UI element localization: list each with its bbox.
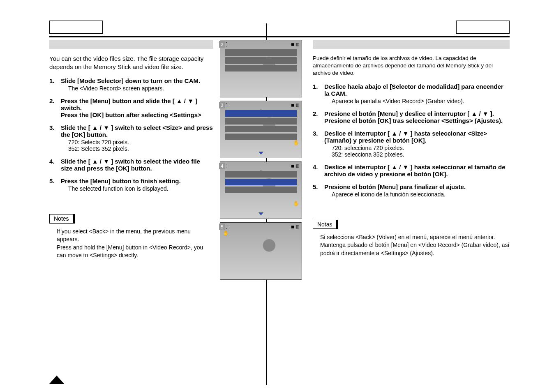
intro-es: Puede definir el tamaño de los archivos … [313,55,510,77]
hand-icon: ✋ [293,140,299,145]
list-item: 2. Press the [Menu] button and slide the… [49,97,213,118]
list-item: 3. Slide the [ ▲ / ▼ ] switch to select … [49,124,213,152]
notes-label-en: Notes [49,214,75,224]
header-box-right [456,21,510,34]
battery-icon: ◼ ▥ [291,164,299,168]
header-box-left [49,21,103,34]
list-item: 5. Presione el botón [Menu] para finaliz… [313,183,510,198]
thumb-5: 5 ⛶ ◼ ▥ ✋ [220,222,302,280]
list-item: 1. Deslice hacia abajo el [Selector de m… [313,83,510,104]
notes-body-en: If you select <Back> in the menu, the pr… [57,228,213,260]
battery-icon: ◼ ▥ [291,224,299,229]
list-item: 5. Press the [Menu] button to finish set… [49,178,213,192]
thumb-4: 4 ⛶ ◼ ▥ ✋ [220,161,302,219]
notes-body-es: Si selecciona <Back> (Volver) en el menú… [320,233,510,258]
battery-icon: ◼ ▥ [291,103,299,107]
notes-label-es: Notas [313,220,338,229]
steps-es: 1. Deslice hacia abajo el [Selector de m… [313,83,510,198]
list-item: 2. Presione el botón [Menu] y deslice el… [313,110,510,124]
spanish-column: Puede definir el tamaño de los archivos … [313,40,510,280]
hand-icon: ✋ [223,230,229,236]
intro-en: You can set the video files size. The fi… [49,55,213,71]
thumb-2: 2 ⛶ ◼ ▥ [220,40,302,97]
section-bar-en [49,40,213,49]
list-item: 4. Deslice el interruptor [ ▲ / ▼ ] hast… [313,164,510,178]
thumb-3: 3 ⛶ ◼ ▥ ✋ [220,101,302,158]
page-up-triangle-icon [49,376,64,384]
english-column: You can set the video files size. The fi… [49,40,213,280]
thumbnail-column: 2 ⛶ ◼ ▥ 3 ⛶ ◼ ▥ ✋ [220,40,306,280]
hand-icon: ✋ [293,201,299,206]
list-item: 3. Deslice el interruptor [ ▲ / ▼ ] hast… [313,130,510,158]
section-bar-es [313,40,510,49]
battery-icon: ◼ ▥ [291,42,299,46]
steps-en: 1. Slide [Mode Selector] down to turn on… [49,77,213,192]
header-rule [49,36,510,37]
list-item: 1. Slide [Mode Selector] down to turn on… [49,77,213,92]
list-item: 4. Slide the [ ▲ / ▼ ] switch to select … [49,158,213,172]
